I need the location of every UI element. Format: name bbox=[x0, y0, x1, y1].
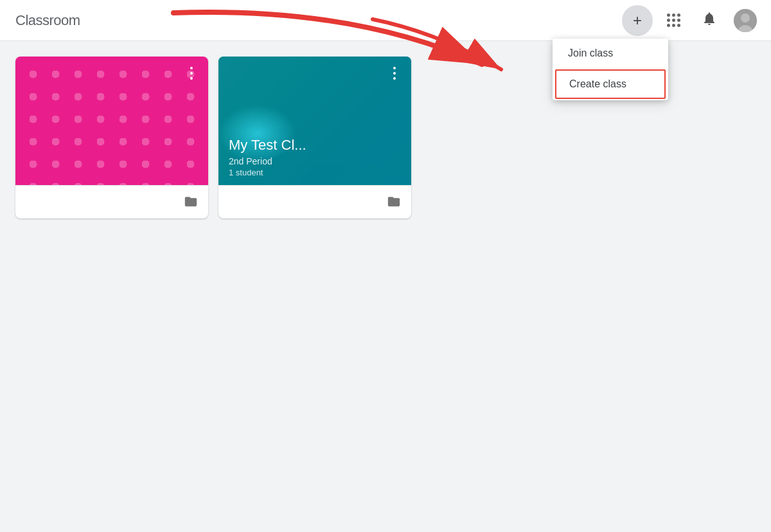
svg-point-5 bbox=[190, 72, 193, 75]
svg-point-1 bbox=[741, 13, 750, 22]
class-card-2: My Test Cl... 2nd Period 1 student bbox=[218, 57, 411, 218]
apps-button[interactable] bbox=[658, 5, 689, 36]
class-card-1 bbox=[15, 57, 208, 218]
card-more-button-2[interactable] bbox=[383, 62, 406, 85]
folder-icon-2 bbox=[387, 194, 401, 210]
folder-icon-1 bbox=[184, 194, 198, 210]
svg-point-4 bbox=[190, 67, 193, 69]
card-footer-2 bbox=[218, 185, 411, 218]
card-header-1 bbox=[15, 57, 208, 185]
create-class-item[interactable]: Create class bbox=[555, 69, 666, 99]
card-content-2: My Test Cl... 2nd Period 1 student bbox=[218, 129, 411, 185]
card-header-2: My Test Cl... 2nd Period 1 student bbox=[218, 57, 411, 185]
header-right: + bbox=[622, 5, 761, 36]
svg-point-6 bbox=[190, 77, 193, 80]
class-name: My Test Cl... bbox=[229, 137, 401, 154]
avatar bbox=[734, 9, 757, 32]
bell-icon bbox=[702, 11, 717, 30]
class-period: 2nd Period bbox=[229, 156, 401, 166]
app-header: Classroom + bbox=[0, 0, 771, 41]
card-footer-1 bbox=[15, 185, 208, 218]
dropdown-menu: Join class Create class bbox=[553, 39, 668, 100]
card-background-pink bbox=[15, 57, 208, 185]
card-more-button-1[interactable] bbox=[180, 62, 203, 85]
class-students: 1 student bbox=[229, 168, 401, 177]
svg-point-9 bbox=[393, 77, 396, 80]
add-button[interactable]: + bbox=[622, 5, 653, 36]
app-title: Classroom bbox=[15, 12, 80, 29]
svg-point-7 bbox=[393, 67, 396, 69]
grid-icon bbox=[667, 13, 680, 27]
join-class-item[interactable]: Join class bbox=[553, 39, 668, 68]
svg-point-8 bbox=[393, 72, 396, 75]
notifications-button[interactable] bbox=[694, 5, 725, 36]
header-left: Classroom bbox=[15, 12, 80, 29]
plus-icon: + bbox=[633, 12, 642, 30]
account-button[interactable] bbox=[730, 5, 761, 36]
